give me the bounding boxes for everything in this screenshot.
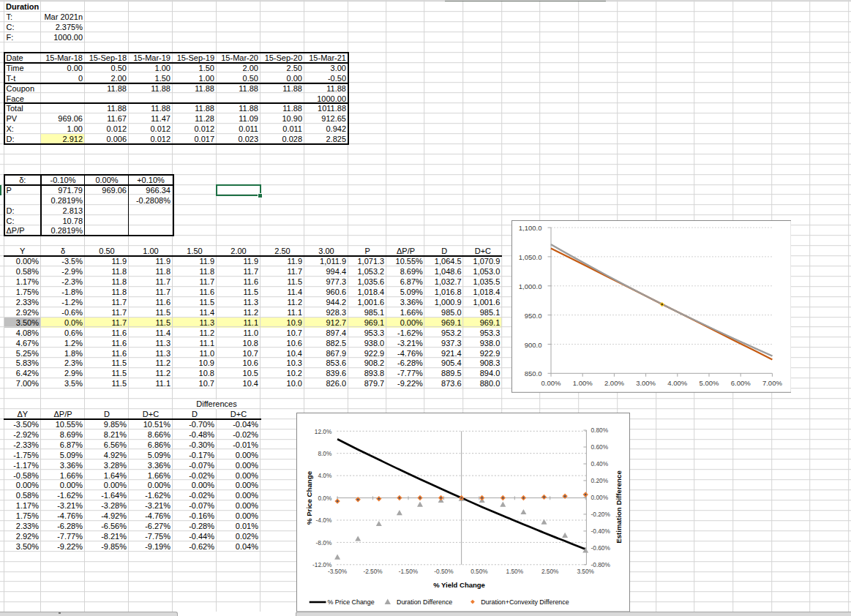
- svg-text:-1.50%: -1.50%: [398, 568, 418, 575]
- svg-text:7.00%: 7.00%: [762, 380, 782, 388]
- svg-text:% Yield Change: % Yield Change: [433, 580, 485, 588]
- svg-text:950.0: 950.0: [524, 312, 541, 320]
- svg-text:2.50%: 2.50%: [541, 568, 558, 575]
- svg-text:-3.50%: -3.50%: [327, 568, 347, 575]
- svg-text:-2.50%: -2.50%: [363, 568, 383, 575]
- svg-text:900.0: 900.0: [524, 341, 541, 349]
- svg-text:-8.0%: -8.0%: [315, 538, 331, 546]
- svg-text:-0.50%: -0.50%: [434, 568, 454, 575]
- svg-text:1,000.0: 1,000.0: [518, 282, 541, 290]
- svg-text:% Price Change: % Price Change: [327, 598, 374, 606]
- svg-text:5.00%: 5.00%: [699, 380, 719, 388]
- svg-text:4.0%: 4.0%: [318, 472, 332, 479]
- svg-text:0.00%: 0.00%: [591, 494, 608, 501]
- svg-text:1.50%: 1.50%: [506, 568, 523, 575]
- svg-text:-0.40%: -0.40%: [591, 527, 610, 535]
- svg-text:% Price Change: % Price Change: [304, 470, 312, 525]
- svg-text:0.40%: 0.40%: [591, 460, 608, 467]
- svg-text:850.0: 850.0: [524, 370, 541, 378]
- svg-text:1,100.0: 1,100.0: [518, 224, 541, 232]
- svg-text:6.00%: 6.00%: [730, 380, 750, 388]
- svg-text:0.00%: 0.00%: [541, 380, 561, 388]
- svg-text:0.20%: 0.20%: [591, 477, 608, 484]
- svg-text:12.0%: 12.0%: [314, 427, 331, 435]
- svg-text:2.00%: 2.00%: [604, 380, 624, 388]
- svg-text:-4.0%: -4.0%: [315, 517, 331, 524]
- svg-text:1,050.0: 1,050.0: [518, 253, 541, 261]
- svg-text:4.00%: 4.00%: [667, 380, 687, 388]
- svg-text:0.50%: 0.50%: [471, 568, 488, 575]
- svg-text:1.00%: 1.00%: [572, 380, 592, 388]
- svg-text:0.0%: 0.0%: [318, 494, 332, 501]
- svg-text:-0.60%: -0.60%: [591, 544, 610, 552]
- svg-text:3.00%: 3.00%: [636, 380, 656, 388]
- svg-text:Duration Difference: Duration Difference: [397, 598, 452, 606]
- svg-text:Estimation Difference: Estimation Difference: [614, 470, 622, 543]
- svg-text:-0.20%: -0.20%: [591, 511, 610, 518]
- svg-text:0.80%: 0.80%: [591, 427, 608, 434]
- svg-text:Duration+Convexity Difference: Duration+Convexity Difference: [481, 598, 569, 606]
- svg-text:8.0%: 8.0%: [318, 449, 332, 457]
- svg-text:0.60%: 0.60%: [591, 443, 608, 451]
- svg-text:3.50%: 3.50%: [577, 568, 594, 575]
